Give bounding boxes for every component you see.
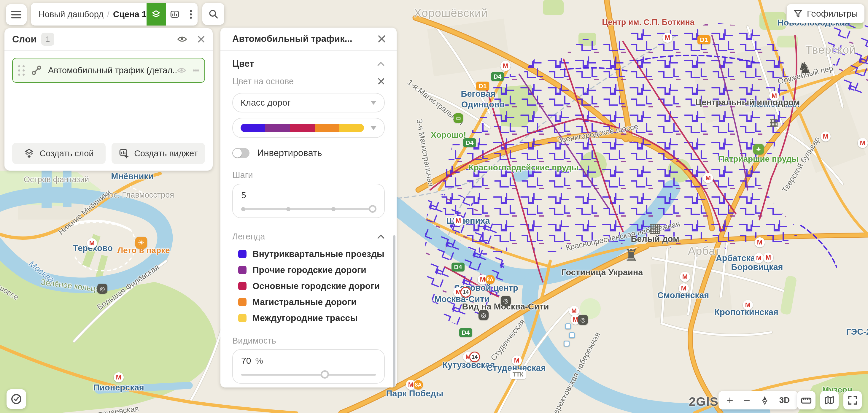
palette-segment [290, 124, 314, 132]
widgets-mode-button[interactable] [166, 3, 184, 26]
invert-label: Инвертировать [257, 148, 322, 158]
palette-segment [339, 124, 364, 132]
steps-slider[interactable] [241, 205, 376, 213]
dashboard-app: ХорошёвскийТверскойАрбатОстров фантазийп… [0, 0, 868, 413]
fullscreen-button[interactable] [843, 391, 862, 409]
visibility-slider[interactable] [241, 371, 376, 379]
palette-segment [265, 124, 290, 132]
visibility-control: 70 % [232, 349, 385, 384]
legend-item-label: Основные городские дороги [252, 281, 380, 291]
map-style-button[interactable] [820, 391, 839, 409]
geofilters-label: Геофильтры [807, 9, 858, 19]
add-widget-icon [119, 148, 129, 159]
layer-visibility-button[interactable] [177, 67, 186, 74]
chevron-down-icon [371, 101, 376, 105]
create-layer-label: Создать слой [39, 149, 93, 158]
layer-item-traffic[interactable]: Автомобильный трафик (детал... [12, 58, 205, 83]
layers-icon [151, 9, 161, 19]
search-icon [208, 9, 219, 19]
hamburger-icon [11, 11, 21, 19]
legend-item: Внутриквартальные проезды [232, 249, 385, 259]
palette-select[interactable] [232, 118, 385, 138]
color-basis-value: Класс дорог [241, 98, 371, 108]
eye-icon [177, 67, 186, 74]
history-button[interactable] [6, 389, 26, 409]
create-widget-label: Создать виджет [134, 149, 198, 158]
visibility-slider-handle[interactable] [321, 370, 329, 379]
legend-swatch [238, 282, 247, 290]
legend-item: Основные городские дороги [232, 281, 385, 291]
layers-panel: Слои 1 Автомобильный трафик (детал... [4, 28, 213, 171]
legend-item: Прочие городские дороги [232, 265, 385, 275]
color-section-collapse-button[interactable] [377, 61, 385, 66]
legend-collapse-button[interactable] [377, 234, 385, 239]
legend-item-label: Внутриквартальные проезды [252, 249, 384, 259]
steps-slider-handle[interactable] [369, 205, 376, 213]
layers-panel-close-button[interactable] [197, 35, 205, 43]
zoom-in-button[interactable]: + [726, 394, 733, 406]
visibility-label: Видимость [232, 336, 385, 346]
legend-swatch [238, 266, 247, 274]
chevron-up-icon [377, 61, 385, 66]
steps-control: 5 [232, 184, 385, 218]
layer-settings-panel: Автомобильный трафик... Цвет Цвет на осн… [220, 28, 397, 387]
legend-item: Магистральные дороги [232, 297, 385, 307]
geofilters-button[interactable]: Геофильтры [787, 4, 864, 23]
legend-swatch [238, 314, 247, 322]
color-basis-clear-button[interactable] [378, 78, 385, 85]
legend-label: Легенда [232, 232, 377, 241]
invert-toggle[interactable] [232, 148, 249, 158]
legend-swatch [238, 298, 247, 306]
menu-button[interactable] [6, 4, 27, 25]
layer-more-button[interactable] [193, 68, 199, 73]
create-layer-button[interactable]: Создать слой [12, 143, 105, 164]
map-attribution-logo: 2GIS [689, 394, 718, 409]
chevron-down-icon [371, 126, 376, 130]
breadcrumb: Новый дашборд / Сцена 1 [31, 3, 197, 26]
steps-label: Шаги [232, 170, 385, 180]
steps-value[interactable]: 5 [241, 190, 376, 200]
legend-list: Внутриквартальные проезды Прочие городск… [232, 249, 385, 323]
settings-panel-title: Автомобильный трафик... [232, 33, 378, 44]
3d-mode-button[interactable]: 3D [779, 395, 790, 405]
ruler-icon [801, 395, 812, 405]
compass-needle-icon [761, 396, 769, 405]
chevron-up-icon [377, 234, 385, 239]
close-icon [378, 35, 386, 43]
layers-panel-title: Слои [12, 34, 36, 45]
settings-panel-close-button[interactable] [378, 35, 386, 43]
breadcrumb-dashboard[interactable]: Новый дашборд [38, 9, 103, 19]
layers-count-badge: 1 [41, 33, 54, 46]
legend-item-label: Магистральные дороги [252, 297, 356, 307]
color-section-title: Цвет [232, 58, 377, 69]
compass-button[interactable] [761, 396, 769, 405]
line-layer-icon [31, 65, 42, 76]
color-basis-label: Цвет на основе [232, 77, 378, 86]
clock-check-icon [10, 393, 22, 405]
filter-funnel-icon [793, 9, 803, 19]
drag-handle-icon[interactable] [18, 65, 25, 76]
color-basis-select[interactable]: Класс дорог [232, 93, 385, 113]
legend-item-label: Междугородние трассы [252, 313, 358, 323]
layers-mode-button[interactable] [147, 3, 166, 26]
eye-icon [177, 35, 187, 43]
search-button[interactable] [202, 3, 224, 25]
legend-item-label: Прочие городские дороги [252, 265, 366, 275]
settings-scrollbar[interactable] [393, 235, 396, 387]
add-layer-icon [24, 148, 35, 159]
folded-map-icon [824, 395, 835, 405]
map-zoom-controls: + − 3D [718, 391, 798, 409]
legend-item: Междугородние трассы [232, 313, 385, 323]
layers-visibility-button[interactable] [177, 35, 187, 43]
breadcrumb-scene[interactable]: Сцена 1 [113, 9, 147, 19]
zoom-out-button[interactable]: − [744, 394, 750, 406]
bar-chart-icon [170, 9, 180, 19]
close-icon [197, 35, 205, 43]
create-widget-button[interactable]: Создать виджет [112, 143, 205, 164]
visibility-value[interactable]: 70 [241, 356, 251, 366]
fullscreen-icon [847, 395, 858, 405]
breadcrumb-separator: / [107, 9, 110, 19]
toolbar-more-button[interactable] [184, 3, 197, 26]
legend-swatch [238, 250, 247, 258]
ruler-button[interactable] [797, 391, 815, 409]
